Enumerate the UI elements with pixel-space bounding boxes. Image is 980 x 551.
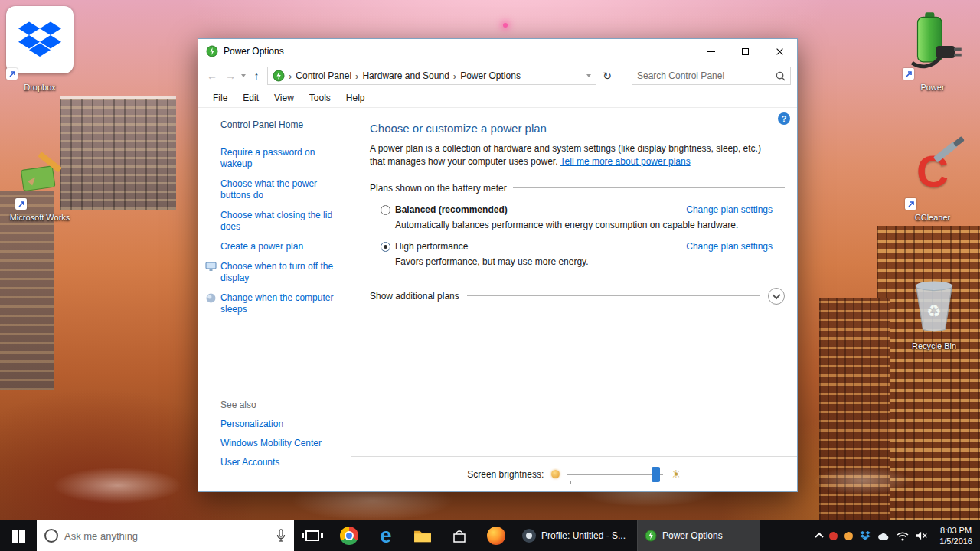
tray-icon-dropbox[interactable] [860,531,871,540]
file-explorer-button[interactable] [404,520,441,551]
show-additional-plans-label: Show additional plans [370,291,459,302]
plan-high-performance: High performance Change plan settings Fa… [370,241,785,267]
high-performance-radio[interactable] [381,242,390,252]
taskbar-window-label: Power Options [662,530,723,541]
breadcrumb-power-options[interactable]: Power Options [460,70,521,81]
power-options-window: Power Options ← → ↑ › Control Panel › Ha… [198,38,798,492]
file-explorer-icon [413,528,432,543]
firefox-button[interactable] [478,520,514,551]
close-button[interactable] [763,39,797,64]
sidebar-require-password[interactable]: Require a password on wakeup [220,147,337,170]
store-button[interactable] [441,520,478,551]
power-battery-art [903,6,962,77]
task-view-icon [305,530,319,541]
see-also-personalization[interactable]: Personalization [220,419,337,430]
breadcrumb-hardware-and-sound[interactable]: Hardware and Sound [362,70,449,81]
taskbar-clock[interactable]: 8:03 PM 1/5/2016 [935,525,972,546]
desktop-icon-label: Recycle Bin [897,341,971,350]
taskbar-search-input[interactable] [64,530,270,542]
see-also-windows-mobility-center[interactable]: Windows Mobility Center [220,438,337,449]
desktop-icon-power[interactable]: Power [896,6,969,92]
wallpaper-building [60,96,176,210]
edge-button[interactable]: e [368,520,404,551]
window-title: Power Options [224,46,284,57]
menu-edit[interactable]: Edit [236,90,266,106]
cortana-search-box[interactable] [37,520,294,551]
intro-paragraph: A power plan is a collection of hardware… [370,142,777,169]
sidebar-computer-sleeps[interactable]: Change when the computer sleeps [220,292,337,315]
help-button[interactable]: ? [778,112,790,125]
volume-icon[interactable] [916,530,928,541]
balanced-radio[interactable] [381,205,390,215]
desktop-icon-dropbox[interactable]: Dropbox [3,6,77,92]
search-icon[interactable] [776,71,786,81]
brightness-sun-icon: ☀ [671,468,681,480]
show-additional-plans-button[interactable] [768,288,785,305]
sidebar-turn-off-display[interactable]: Choose when to turn off the display [220,261,337,284]
sleep-icon [205,292,217,304]
display-icon [205,261,217,272]
microphone-icon[interactable] [276,529,286,543]
ccleaner-icon: C [905,147,960,210]
refresh-button[interactable]: ↻ [599,70,615,82]
tray-icon-red[interactable] [829,532,838,540]
svg-text:♻: ♻ [926,302,942,321]
power-options-app-icon [206,45,218,57]
close-icon [776,47,784,56]
task-view-button[interactable] [294,520,331,551]
brightness-dim-icon [551,470,560,478]
brightness-slider[interactable] [567,467,663,482]
menu-help[interactable]: Help [339,90,372,106]
back-button[interactable]: ← [204,70,220,82]
balanced-change-plan-settings-link[interactable]: Change plan settings [686,204,773,215]
high-performance-change-plan-settings-link[interactable]: Change plan settings [686,241,773,252]
tray-icon-orange[interactable] [844,532,853,540]
taskbar-window-profile[interactable]: Profile: Untitled - S... [514,520,637,551]
desktop-icon-label: CCleaner [896,213,969,222]
address-bar[interactable]: › Control Panel › Hardware and Sound › P… [267,67,596,85]
desktop-icon-recycle-bin[interactable]: ♻ Recycle Bin [897,276,971,350]
taskbar: e Profile: Untitled - S... Power Options [0,520,980,551]
recycle-bin-icon: ♻ [911,276,957,338]
shortcut-arrow-icon [15,198,27,210]
screen: Dropbox Power [0,0,980,551]
hidden-icons-chevron[interactable] [815,533,824,541]
sidebar-create-power-plan[interactable]: Create a power plan [220,241,337,253]
menu-view[interactable]: View [267,90,301,106]
maximize-button[interactable] [728,39,763,64]
taskbar-window-power-options[interactable]: Power Options [637,520,760,551]
sidebar-closing-lid[interactable]: Choose what closing the lid does [220,210,337,233]
desktop-icon-microsoft-works[interactable]: Microsoft Works [3,147,77,222]
start-button[interactable] [0,520,37,551]
chrome-button[interactable] [331,520,368,551]
network-icon[interactable] [897,531,909,541]
plan-name[interactable]: High performance [395,241,468,252]
sidebar-control-panel-home[interactable]: Control Panel Home [220,119,351,130]
plan-name[interactable]: Balanced (recommended) [395,204,508,215]
dropbox-logo [18,21,61,58]
slider-track[interactable] [567,474,663,475]
menu-file[interactable]: File [206,90,234,106]
see-also-user-accounts[interactable]: User Accounts [220,457,337,468]
up-button[interactable]: ↑ [249,70,264,82]
section-divider [513,187,785,188]
menu-tools[interactable]: Tools [302,90,338,106]
sidebar-link-label: Change when the computer sleeps [220,292,333,315]
breadcrumb-separator-icon: › [453,70,456,82]
breadcrumb-control-panel[interactable]: Control Panel [296,70,351,81]
control-panel-search[interactable] [632,67,791,85]
tray-icon-cloud[interactable] [877,532,890,540]
forward-button[interactable]: → [223,70,238,82]
plan-description: Automatically balances performance with … [395,220,785,230]
section-divider [467,295,760,296]
slider-thumb[interactable] [652,467,660,482]
title-bar[interactable]: Power Options [198,39,797,64]
address-dropdown-icon[interactable] [586,74,591,77]
desktop-icon-ccleaner[interactable]: C CCleaner [896,147,969,222]
sidebar-power-buttons[interactable]: Choose what the power buttons do [220,178,337,201]
minimize-button[interactable] [694,39,728,64]
tell-me-more-link[interactable]: Tell me more about power plans [560,156,691,167]
search-input[interactable] [637,70,776,81]
screen-brightness-label: Screen brightness: [467,469,544,480]
history-dropdown-icon[interactable] [241,74,246,77]
